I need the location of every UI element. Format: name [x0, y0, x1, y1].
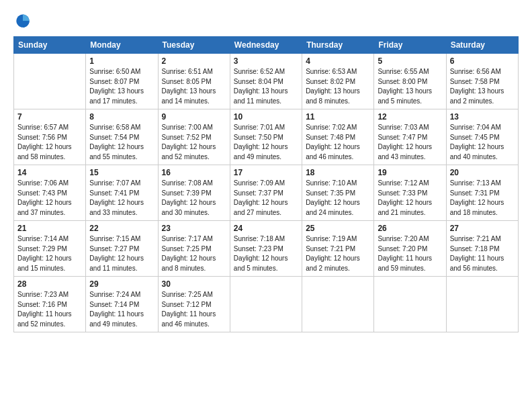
- day-info: Sunrise: 7:13 AMSunset: 7:31 PMDaylight:…: [450, 179, 515, 218]
- calendar-cell: 12Sunrise: 7:03 AMSunset: 7:47 PMDayligh…: [374, 109, 446, 165]
- day-number: 29: [89, 279, 154, 289]
- weekday-header-thursday: Thursday: [302, 37, 374, 54]
- calendar-cell: 26Sunrise: 7:20 AMSunset: 7:20 PMDayligh…: [374, 221, 446, 277]
- weekday-header-row: SundayMondayTuesdayWednesdayThursdayFrid…: [14, 37, 519, 54]
- logo-icon: [13, 12, 32, 31]
- day-info: Sunrise: 7:04 AMSunset: 7:45 PMDaylight:…: [450, 123, 515, 162]
- day-number: 27: [450, 224, 515, 233]
- day-number: 22: [89, 224, 154, 233]
- day-info: Sunrise: 7:17 AMSunset: 7:25 PMDaylight:…: [162, 234, 226, 273]
- calendar-cell: 13Sunrise: 7:04 AMSunset: 7:45 PMDayligh…: [446, 109, 518, 165]
- calendar-cell: 4Sunrise: 6:53 AMSunset: 8:02 PMDaylight…: [302, 54, 374, 109]
- day-number: 5: [378, 56, 442, 66]
- header: [13, 12, 519, 31]
- calendar-week-1: 1Sunrise: 6:50 AMSunset: 8:07 PMDaylight…: [14, 54, 519, 109]
- day-number: 7: [17, 112, 82, 122]
- calendar-cell: 16Sunrise: 7:08 AMSunset: 7:39 PMDayligh…: [158, 165, 230, 221]
- day-number: 12: [378, 112, 442, 122]
- day-info: Sunrise: 6:50 AMSunset: 8:07 PMDaylight:…: [89, 67, 154, 106]
- calendar-cell: 29Sunrise: 7:24 AMSunset: 7:14 PMDayligh…: [86, 277, 158, 332]
- calendar-cell: [14, 54, 86, 109]
- calendar-cell: 18Sunrise: 7:10 AMSunset: 7:35 PMDayligh…: [302, 165, 374, 221]
- day-info: Sunrise: 7:20 AMSunset: 7:20 PMDaylight:…: [378, 234, 442, 273]
- logo: [13, 12, 35, 31]
- calendar-cell: 21Sunrise: 7:14 AMSunset: 7:29 PMDayligh…: [14, 221, 86, 277]
- day-info: Sunrise: 7:12 AMSunset: 7:33 PMDaylight:…: [378, 179, 442, 218]
- day-number: 30: [162, 279, 226, 289]
- calendar-cell: [302, 277, 374, 332]
- day-info: Sunrise: 7:06 AMSunset: 7:43 PMDaylight:…: [17, 179, 82, 218]
- day-info: Sunrise: 6:52 AMSunset: 8:04 PMDaylight:…: [234, 67, 298, 106]
- day-info: Sunrise: 7:21 AMSunset: 7:18 PMDaylight:…: [450, 234, 515, 273]
- calendar-cell: 27Sunrise: 7:21 AMSunset: 7:18 PMDayligh…: [446, 221, 518, 277]
- weekday-header-friday: Friday: [374, 37, 446, 54]
- day-info: Sunrise: 7:00 AMSunset: 7:52 PMDaylight:…: [162, 123, 226, 162]
- day-info: Sunrise: 6:55 AMSunset: 8:00 PMDaylight:…: [378, 67, 442, 106]
- weekday-header-saturday: Saturday: [446, 37, 518, 54]
- day-number: 14: [17, 168, 82, 177]
- calendar-cell: 25Sunrise: 7:19 AMSunset: 7:21 PMDayligh…: [302, 221, 374, 277]
- calendar-cell: 14Sunrise: 7:06 AMSunset: 7:43 PMDayligh…: [14, 165, 86, 221]
- day-info: Sunrise: 6:57 AMSunset: 7:56 PMDaylight:…: [17, 123, 82, 162]
- calendar-cell: 9Sunrise: 7:00 AMSunset: 7:52 PMDaylight…: [158, 109, 230, 165]
- day-number: 17: [234, 168, 298, 177]
- calendar-week-5: 28Sunrise: 7:23 AMSunset: 7:16 PMDayligh…: [14, 277, 519, 332]
- day-info: Sunrise: 7:23 AMSunset: 7:16 PMDaylight:…: [17, 290, 82, 329]
- calendar-cell: 24Sunrise: 7:18 AMSunset: 7:23 PMDayligh…: [230, 221, 302, 277]
- day-number: 19: [378, 168, 442, 177]
- calendar-cell: 23Sunrise: 7:17 AMSunset: 7:25 PMDayligh…: [158, 221, 230, 277]
- day-info: Sunrise: 7:02 AMSunset: 7:48 PMDaylight:…: [306, 123, 370, 162]
- day-number: 21: [17, 224, 82, 233]
- calendar-week-2: 7Sunrise: 6:57 AMSunset: 7:56 PMDaylight…: [14, 109, 519, 165]
- calendar-cell: 6Sunrise: 6:56 AMSunset: 7:58 PMDaylight…: [446, 54, 518, 109]
- day-info: Sunrise: 7:19 AMSunset: 7:21 PMDaylight:…: [306, 234, 370, 273]
- calendar-cell: [446, 277, 518, 332]
- day-info: Sunrise: 7:03 AMSunset: 7:47 PMDaylight:…: [378, 123, 442, 162]
- day-number: 9: [162, 112, 226, 122]
- calendar-cell: [230, 277, 302, 332]
- day-number: 15: [89, 168, 154, 177]
- day-number: 4: [306, 56, 370, 66]
- day-number: 16: [162, 168, 226, 177]
- calendar-cell: 22Sunrise: 7:15 AMSunset: 7:27 PMDayligh…: [86, 221, 158, 277]
- day-info: Sunrise: 6:51 AMSunset: 8:05 PMDaylight:…: [162, 67, 226, 106]
- calendar-week-4: 21Sunrise: 7:14 AMSunset: 7:29 PMDayligh…: [14, 221, 519, 277]
- day-info: Sunrise: 6:53 AMSunset: 8:02 PMDaylight:…: [306, 67, 370, 106]
- calendar-table: SundayMondayTuesdayWednesdayThursdayFrid…: [13, 36, 519, 332]
- day-number: 28: [17, 279, 82, 289]
- day-info: Sunrise: 7:24 AMSunset: 7:14 PMDaylight:…: [89, 290, 154, 329]
- day-info: Sunrise: 7:08 AMSunset: 7:39 PMDaylight:…: [162, 179, 226, 218]
- calendar-cell: 3Sunrise: 6:52 AMSunset: 8:04 PMDaylight…: [230, 54, 302, 109]
- day-number: 23: [162, 224, 226, 233]
- weekday-header-tuesday: Tuesday: [158, 37, 230, 54]
- page: SundayMondayTuesdayWednesdayThursdayFrid…: [0, 0, 532, 411]
- calendar-week-3: 14Sunrise: 7:06 AMSunset: 7:43 PMDayligh…: [14, 165, 519, 221]
- day-number: 11: [306, 112, 370, 122]
- day-info: Sunrise: 6:56 AMSunset: 7:58 PMDaylight:…: [450, 67, 515, 106]
- calendar-cell: [374, 277, 446, 332]
- calendar-cell: 28Sunrise: 7:23 AMSunset: 7:16 PMDayligh…: [14, 277, 86, 332]
- day-number: 25: [306, 224, 370, 233]
- day-info: Sunrise: 7:07 AMSunset: 7:41 PMDaylight:…: [89, 179, 154, 218]
- day-info: Sunrise: 7:25 AMSunset: 7:12 PMDaylight:…: [162, 290, 226, 329]
- calendar-cell: 17Sunrise: 7:09 AMSunset: 7:37 PMDayligh…: [230, 165, 302, 221]
- day-number: 8: [89, 112, 154, 122]
- day-info: Sunrise: 7:15 AMSunset: 7:27 PMDaylight:…: [89, 234, 154, 273]
- day-number: 18: [306, 168, 370, 177]
- calendar-cell: 2Sunrise: 6:51 AMSunset: 8:05 PMDaylight…: [158, 54, 230, 109]
- day-number: 3: [234, 56, 298, 66]
- calendar-cell: 15Sunrise: 7:07 AMSunset: 7:41 PMDayligh…: [86, 165, 158, 221]
- day-number: 24: [234, 224, 298, 233]
- calendar-cell: 20Sunrise: 7:13 AMSunset: 7:31 PMDayligh…: [446, 165, 518, 221]
- weekday-header-monday: Monday: [86, 37, 158, 54]
- calendar-cell: 7Sunrise: 6:57 AMSunset: 7:56 PMDaylight…: [14, 109, 86, 165]
- calendar-cell: 10Sunrise: 7:01 AMSunset: 7:50 PMDayligh…: [230, 109, 302, 165]
- calendar-cell: 30Sunrise: 7:25 AMSunset: 7:12 PMDayligh…: [158, 277, 230, 332]
- calendar-cell: 19Sunrise: 7:12 AMSunset: 7:33 PMDayligh…: [374, 165, 446, 221]
- day-info: Sunrise: 7:10 AMSunset: 7:35 PMDaylight:…: [306, 179, 370, 218]
- day-number: 13: [450, 112, 515, 122]
- calendar-cell: 5Sunrise: 6:55 AMSunset: 8:00 PMDaylight…: [374, 54, 446, 109]
- calendar-cell: 1Sunrise: 6:50 AMSunset: 8:07 PMDaylight…: [86, 54, 158, 109]
- day-number: 6: [450, 56, 515, 66]
- calendar-cell: 8Sunrise: 6:58 AMSunset: 7:54 PMDaylight…: [86, 109, 158, 165]
